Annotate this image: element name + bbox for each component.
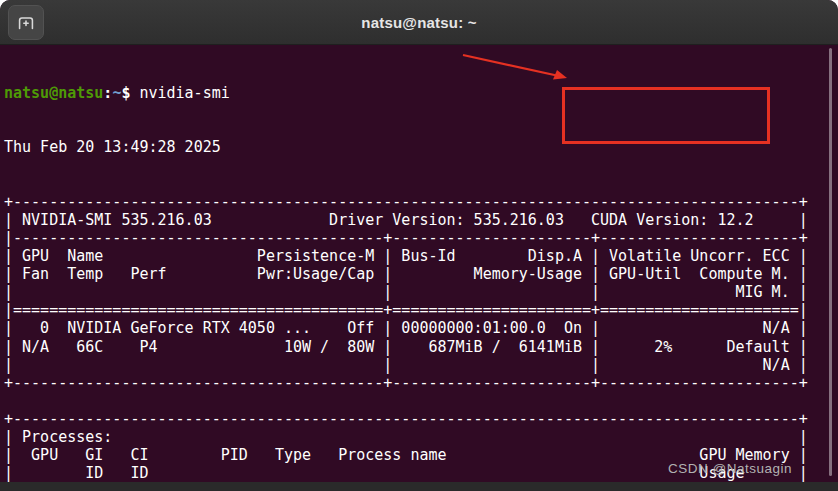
prompt-line-command: natsu@natsu:~$nvidia-smi (4, 84, 838, 102)
timestamp-line: Thu Feb 20 13:49:28 2025 (4, 138, 838, 156)
scrollbar[interactable] (829, 48, 832, 476)
watermark: CSDN @Natsuagin (668, 461, 792, 476)
titlebar[interactable]: natsu@natsu: ~ (0, 0, 838, 45)
prompt-user-host: natsu@natsu (4, 84, 103, 102)
command-text: nvidia-smi (130, 84, 229, 102)
terminal-window: natsu@natsu: ~ natsu@natsu:~$nvidia-smi … (0, 0, 838, 491)
nvidia-smi-output: +---------------------------------------… (4, 193, 838, 491)
bottom-strip (0, 482, 838, 491)
window-title: natsu@natsu: ~ (0, 0, 838, 45)
terminal-screen[interactable]: natsu@natsu:~$nvidia-smi Thu Feb 20 13:4… (0, 46, 838, 482)
